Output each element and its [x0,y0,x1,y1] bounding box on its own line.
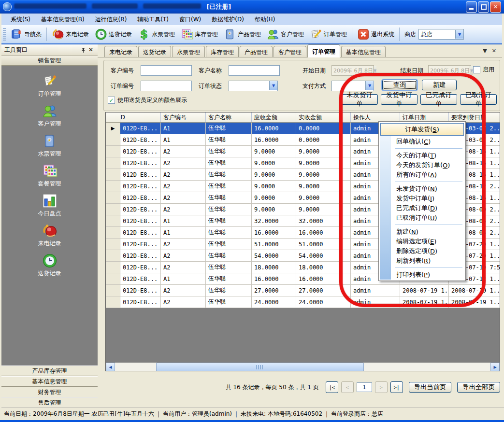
sidebar-item-0[interactable]: 订单管理 [38,73,61,98]
horizontal-scrollbar[interactable]: ◀ ▶ [106,363,500,371]
customer-name-input[interactable] [229,65,280,76]
prev-page-button[interactable]: < [341,381,354,393]
sidebar-section-3[interactable]: 售后管理 [1,397,98,408]
grid-column-header-7[interactable]: 订单日期 [400,113,449,122]
context-menu-item-7[interactable]: 未发货订单(N) [380,184,464,194]
last-page-button[interactable]: >| [390,381,403,393]
tab-scroll-icon[interactable]: ▼ [483,48,487,54]
checkbox-icon[interactable] [473,66,480,73]
enable-checkbox[interactable]: 启用 [473,66,494,74]
grid-column-header-6[interactable]: 操作人 [351,113,400,122]
row-header[interactable] [106,181,120,192]
context-menu-item-9[interactable]: 已完成订单(D) [380,203,464,213]
export-current-page-button[interactable]: 导出当前页 [409,382,452,393]
toolbar-button-2[interactable]: 送货记录 [92,27,135,42]
sidebar-item-1[interactable]: 客户管理 [38,103,61,128]
row-header[interactable] [106,169,120,180]
row-header[interactable] [106,273,120,284]
order-status-select[interactable]: ▼ [229,81,278,91]
sidebar-item-4[interactable]: 今日盘点 [38,193,61,218]
context-menu-item-15[interactable]: 刷新列表(R) [380,256,464,266]
tab-5[interactable]: 客户管理 [274,46,306,57]
customer-no-input[interactable] [141,65,192,76]
status-filter-button-0[interactable]: 未发货订单 [341,94,378,105]
grid-column-header-4[interactable]: 应收金额 [252,113,296,122]
context-menu-item-5[interactable]: 所有的订单(A) [380,170,464,180]
context-menu-item-1[interactable]: 回单确认(C) [380,137,464,146]
tab-1[interactable]: 送货记录 [138,46,171,57]
start-date-picker[interactable]: 2009年 6月 8日 ▼ [331,65,374,76]
query-button[interactable]: 查询 [382,80,417,90]
grid-column-header-1[interactable]: ID [120,113,161,122]
end-date-picker[interactable]: 2009年 6月 8日 ▼ [428,65,471,76]
checkbox-checked-icon[interactable]: ✓ [108,97,115,104]
table-row[interactable]: 012D-E8...A2伍华聪24.000024.0000admin2008-0… [106,296,500,308]
page-number-input[interactable]: 1 [357,382,372,392]
chevron-down-icon[interactable]: ▼ [365,81,374,90]
status-filter-button-2[interactable]: 已完成订单 [420,94,457,105]
toolbar-button-4[interactable]: 库存管理 [178,27,221,42]
row-header[interactable] [106,204,120,215]
row-header[interactable] [106,192,120,203]
menu-item-6[interactable]: 帮助(H) [249,14,280,25]
new-button[interactable]: 新建 [422,80,457,90]
sidebar-item-3[interactable]: 套餐管理 [38,163,61,188]
first-page-button[interactable]: |< [326,381,338,393]
status-filter-button-3[interactable]: 已取消订单 [460,94,497,105]
toolbar-button-1[interactable]: 来电记录 [49,27,92,42]
tab-4[interactable]: 产品管理 [240,46,273,57]
shop-combobox[interactable]: 总店▼ [418,29,464,40]
grid-column-header-3[interactable]: 客户名称 [206,113,252,122]
pay-method-select[interactable]: ▼ [331,81,374,91]
scrollbar-thumb[interactable] [156,363,364,371]
grid-column-header-0[interactable] [106,113,120,122]
tab-6[interactable]: 订单管理 [307,44,340,57]
sidebar-section-1[interactable]: 基本信息管理 [1,376,98,387]
context-menu-item-14[interactable]: 删除选定项(D) [380,246,464,256]
row-header[interactable] [106,262,120,273]
order-no-input[interactable] [141,81,192,91]
row-header[interactable] [106,239,120,250]
row-header[interactable] [106,157,120,169]
menu-item-1[interactable]: 基本信息管理(B) [36,14,90,25]
row-header[interactable] [106,215,120,226]
tab-2[interactable]: 水票管理 [172,46,205,57]
toolbar-button-8[interactable]: 退出系统 [354,27,397,42]
sidebar-item-2[interactable]: ★水票管理 [38,133,61,158]
next-page-button[interactable]: > [375,381,388,393]
context-menu-item-17[interactable]: 打印列表(P) [380,270,464,280]
minimize-button[interactable] [466,1,477,13]
export-all-pages-button[interactable]: 导出全部页 [457,382,500,393]
context-menu-item-8[interactable]: 发货中订单(I) [380,194,464,203]
grid-column-header-2[interactable]: 客户编号 [161,113,206,122]
table-row[interactable]: 012D-E8...A2伍华聪27.000027.0000admin2008-0… [106,285,500,296]
status-filter-button-1[interactable]: 发货中订单 [381,94,418,105]
row-header[interactable] [106,146,120,157]
toolbar-button-7[interactable]: 订单管理 [307,27,350,42]
context-menu-item-4[interactable]: 今天的发货订单(O) [380,160,464,170]
pin-icon[interactable] [79,46,87,54]
row-header[interactable] [106,134,120,145]
sidebar-section-0[interactable]: 产品库存管理 [1,366,98,376]
scroll-right-icon[interactable]: ▶ [490,363,500,371]
menu-item-5[interactable]: 数据维护(D) [206,14,249,25]
tab-3[interactable]: 库存管理 [206,46,239,57]
tab-7[interactable]: 基本信息管理 [341,46,386,57]
context-menu-item-12[interactable]: 新建(N) [380,227,464,237]
close-button[interactable]: ✕ [490,1,501,13]
menu-item-2[interactable]: 运行信息(R) [90,14,132,25]
chevron-down-icon[interactable]: ▼ [269,81,277,90]
grid-column-header-5[interactable]: 实收金额 [296,113,351,122]
toolbar-button-5[interactable]: ★产品管理 [221,27,264,42]
row-header[interactable]: ▶ [106,123,120,134]
chevron-down-icon[interactable]: ▼ [373,66,376,75]
context-menu-item-13[interactable]: 编辑选定项(E) [380,237,464,246]
scroll-left-icon[interactable]: ◀ [106,363,115,371]
context-menu-item-0[interactable]: 订单发货(S) [380,123,464,136]
row-header[interactable] [106,227,120,238]
grid-column-header-8[interactable]: 要求到货日期 [449,113,500,122]
toolbar-button-6[interactable]: 客户管理 [264,27,307,42]
row-header[interactable] [106,296,120,308]
sidebar-item-5[interactable]: 来电记录 [38,223,61,248]
tab-close-icon[interactable]: ✕ [492,48,496,54]
